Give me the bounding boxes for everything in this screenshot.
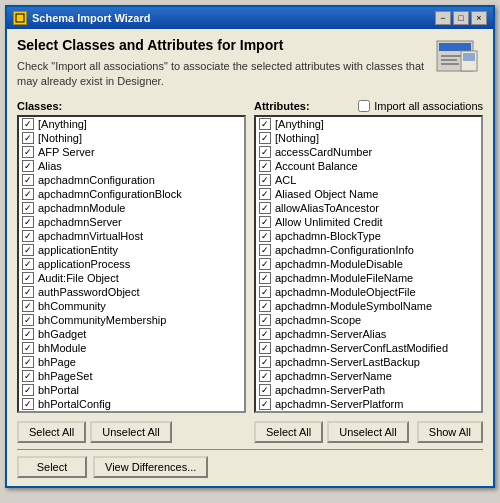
attributes-select-all-button[interactable]: Select All: [254, 421, 323, 443]
list-item-checkbox[interactable]: [259, 258, 271, 270]
list-item[interactable]: bhPageSet: [19, 369, 244, 383]
list-item-checkbox[interactable]: [259, 370, 271, 382]
attributes-unselect-all-button[interactable]: Unselect All: [327, 421, 408, 443]
list-item-checkbox[interactable]: [259, 160, 271, 172]
list-item-checkbox[interactable]: [22, 258, 34, 270]
list-item[interactable]: bhGadget: [19, 327, 244, 341]
list-item-checkbox[interactable]: [22, 244, 34, 256]
list-item-checkbox[interactable]: [22, 174, 34, 186]
list-item[interactable]: apchadmn-Scope: [256, 313, 481, 327]
list-item-checkbox[interactable]: [259, 118, 271, 130]
show-all-button[interactable]: Show All: [417, 421, 483, 443]
list-item[interactable]: apchadmn-ServerPlatform: [256, 397, 481, 411]
list-item[interactable]: apchadmn-ConfigurationInfo: [256, 243, 481, 257]
list-item-checkbox[interactable]: [259, 230, 271, 242]
list-item[interactable]: allowAliasToAncestor: [256, 201, 481, 215]
attributes-listbox[interactable]: [Anything][Nothing]accessCardNumberAccou…: [254, 115, 483, 413]
list-item[interactable]: apchadmn-ModuleSymbolName: [256, 299, 481, 313]
list-item-checkbox[interactable]: [22, 272, 34, 284]
list-item-checkbox[interactable]: [22, 230, 34, 242]
list-item-checkbox[interactable]: [22, 328, 34, 340]
list-item[interactable]: AFP Server: [19, 145, 244, 159]
list-item-checkbox[interactable]: [259, 286, 271, 298]
minimize-button[interactable]: −: [435, 11, 451, 25]
list-item[interactable]: [Anything]: [19, 117, 244, 131]
maximize-button[interactable]: □: [453, 11, 469, 25]
list-item-checkbox[interactable]: [259, 132, 271, 144]
list-item-checkbox[interactable]: [259, 342, 271, 354]
list-item[interactable]: [Anything]: [256, 117, 481, 131]
list-item-checkbox[interactable]: [22, 342, 34, 354]
list-item-label: applicationEntity: [38, 244, 118, 256]
list-item-checkbox[interactable]: [259, 216, 271, 228]
list-item[interactable]: apchadmn-BlockType: [256, 229, 481, 243]
list-item[interactable]: applicationEntity: [19, 243, 244, 257]
list-item-checkbox[interactable]: [259, 244, 271, 256]
list-item-checkbox[interactable]: [22, 370, 34, 382]
list-item-label: authPasswordObject: [38, 286, 140, 298]
list-item-checkbox[interactable]: [22, 356, 34, 368]
list-item[interactable]: Allow Unlimited Credit: [256, 215, 481, 229]
list-item[interactable]: [Nothing]: [19, 131, 244, 145]
list-item[interactable]: apchadmn-ServerName: [256, 369, 481, 383]
list-item-checkbox[interactable]: [259, 202, 271, 214]
list-item[interactable]: apchadmn-ServerLastBackup: [256, 355, 481, 369]
list-item[interactable]: [Nothing]: [256, 131, 481, 145]
list-item[interactable]: apchadmn-ServerPath: [256, 383, 481, 397]
list-item[interactable]: ACL: [256, 173, 481, 187]
list-item-checkbox[interactable]: [22, 160, 34, 172]
list-item-checkbox[interactable]: [22, 398, 34, 410]
list-item[interactable]: apchadmnVirtualHost: [19, 229, 244, 243]
list-item[interactable]: apchadmnServer: [19, 215, 244, 229]
list-item[interactable]: accessCardNumber: [256, 145, 481, 159]
import-all-checkbox[interactable]: [358, 100, 370, 112]
list-item-checkbox[interactable]: [259, 174, 271, 186]
classes-select-all-button[interactable]: Select All: [17, 421, 86, 443]
list-item-checkbox[interactable]: [22, 314, 34, 326]
list-item[interactable]: bhPortalConfig: [19, 397, 244, 411]
classes-unselect-all-button[interactable]: Unselect All: [90, 421, 171, 443]
list-item-checkbox[interactable]: [259, 188, 271, 200]
classes-listbox[interactable]: [Anything][Nothing]AFP ServerAliasapchad…: [17, 115, 246, 413]
list-item-checkbox[interactable]: [259, 272, 271, 284]
select-button[interactable]: Select: [17, 456, 87, 478]
list-item-checkbox[interactable]: [22, 118, 34, 130]
list-item-checkbox[interactable]: [22, 384, 34, 396]
view-differences-button[interactable]: View Differences...: [93, 456, 208, 478]
list-item[interactable]: Aliased Object Name: [256, 187, 481, 201]
list-item[interactable]: apchadmn-ModuleDisable: [256, 257, 481, 271]
list-item-checkbox[interactable]: [22, 286, 34, 298]
list-item[interactable]: apchadmn-ModuleObjectFile: [256, 285, 481, 299]
list-item[interactable]: Alias: [19, 159, 244, 173]
list-item[interactable]: apchadmnConfigurationBlock: [19, 187, 244, 201]
list-item-checkbox[interactable]: [259, 384, 271, 396]
list-item-checkbox[interactable]: [259, 328, 271, 340]
list-item-checkbox[interactable]: [259, 398, 271, 410]
list-item[interactable]: apchadmn-ServerAlias: [256, 327, 481, 341]
list-item-checkbox[interactable]: [22, 202, 34, 214]
list-item[interactable]: Account Balance: [256, 159, 481, 173]
list-item-checkbox[interactable]: [22, 300, 34, 312]
list-item-checkbox[interactable]: [22, 216, 34, 228]
list-item-checkbox[interactable]: [22, 132, 34, 144]
list-item-checkbox[interactable]: [22, 188, 34, 200]
list-item[interactable]: bhPage: [19, 355, 244, 369]
list-item[interactable]: bhCommunityMembership: [19, 313, 244, 327]
list-item[interactable]: apchadmn-ServerConfLastModified: [256, 341, 481, 355]
list-item[interactable]: apchadmnModule: [19, 201, 244, 215]
list-item-label: apchadmn-ServerPath: [275, 384, 385, 396]
list-item[interactable]: apchadmn-ModuleFileName: [256, 271, 481, 285]
close-button[interactable]: ×: [471, 11, 487, 25]
list-item-checkbox[interactable]: [259, 146, 271, 158]
list-item[interactable]: bhCommunity: [19, 299, 244, 313]
list-item[interactable]: bhModule: [19, 341, 244, 355]
list-item-checkbox[interactable]: [259, 314, 271, 326]
list-item-checkbox[interactable]: [259, 300, 271, 312]
list-item[interactable]: bhPortal: [19, 383, 244, 397]
list-item-checkbox[interactable]: [259, 356, 271, 368]
list-item-checkbox[interactable]: [22, 146, 34, 158]
list-item[interactable]: applicationProcess: [19, 257, 244, 271]
list-item[interactable]: authPasswordObject: [19, 285, 244, 299]
list-item[interactable]: apchadmnConfiguration: [19, 173, 244, 187]
list-item[interactable]: Audit:File Object: [19, 271, 244, 285]
